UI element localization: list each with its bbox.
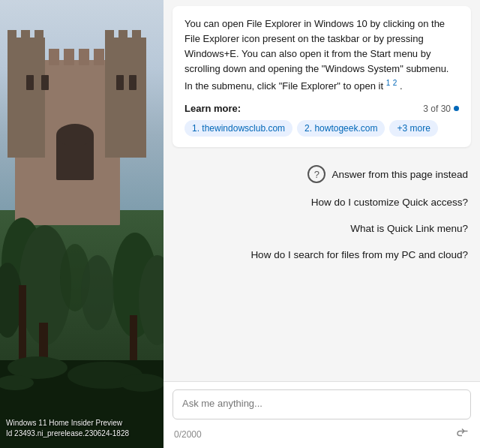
svg-rect-12	[49, 49, 59, 65]
answer-card: You can open File Explorer in Windows 10…	[172, 6, 471, 147]
chat-content: You can open File Explorer in Windows 10…	[164, 0, 480, 381]
page-dot	[454, 106, 459, 111]
learn-more-label: Learn more:	[184, 103, 241, 114]
char-count: 0/2000	[174, 429, 202, 440]
citation-2[interactable]: 2	[393, 79, 398, 87]
svg-rect-11	[132, 30, 141, 45]
svg-rect-15	[94, 49, 104, 65]
svg-rect-20	[116, 75, 124, 90]
svg-rect-6	[21, 30, 30, 45]
suggestions-section: ? Answer from this page instead How do I…	[164, 153, 480, 271]
more-sources-chip[interactable]: +3 more	[389, 120, 437, 137]
svg-rect-25	[19, 285, 26, 360]
chat-panel: You can open File Explorer in Windows 10…	[164, 0, 480, 448]
answer-from-page-button[interactable]: ? Answer from this page instead	[172, 159, 471, 189]
citation-1[interactable]: 1	[386, 79, 391, 87]
svg-rect-13	[64, 49, 74, 65]
svg-rect-19	[41, 75, 49, 90]
svg-rect-21	[129, 75, 136, 90]
wallpaper-caption: Windows 11 Home Insider Preview Id 23493…	[6, 418, 129, 439]
svg-rect-5	[8, 30, 16, 45]
question-icon: ?	[308, 165, 326, 183]
svg-rect-10	[118, 30, 128, 45]
svg-rect-7	[34, 30, 44, 45]
svg-rect-14	[79, 49, 89, 65]
svg-point-31	[81, 255, 114, 330]
svg-point-36	[120, 374, 164, 392]
svg-rect-18	[26, 75, 34, 90]
svg-rect-4	[8, 38, 45, 158]
suggestion-item-1[interactable]: How do I customize Quick access?	[172, 189, 471, 215]
suggestion-item-3[interactable]: How do I search for files from my PC and…	[172, 242, 471, 268]
input-area: 0/2000	[164, 381, 480, 448]
send-button[interactable]	[454, 427, 470, 442]
learn-more-row: Learn more: 3 of 30	[184, 103, 459, 114]
wallpaper-panel: Windows 11 Home Insider Preview Id 23493…	[0, 0, 164, 448]
answer-text: You can open File Explorer in Windows 10…	[184, 17, 459, 94]
svg-point-17	[56, 124, 94, 146]
source-chip-1[interactable]: 1. thewindowsclub.com	[184, 120, 292, 137]
ask-input[interactable]	[172, 389, 471, 419]
svg-rect-9	[105, 30, 114, 45]
answer-from-page-text: Answer from this page instead	[332, 169, 468, 180]
svg-rect-8	[105, 38, 146, 158]
source-links: 1. thewindowsclub.com 2. howtogeek.com +…	[184, 120, 459, 137]
input-wrapper	[172, 389, 471, 422]
suggestion-item-2[interactable]: What is Quick Link menu?	[172, 215, 471, 242]
page-counter: 3 of 30	[423, 104, 459, 114]
input-footer: 0/2000	[172, 427, 471, 442]
source-chip-2[interactable]: 2. howtogeek.com	[297, 120, 385, 137]
